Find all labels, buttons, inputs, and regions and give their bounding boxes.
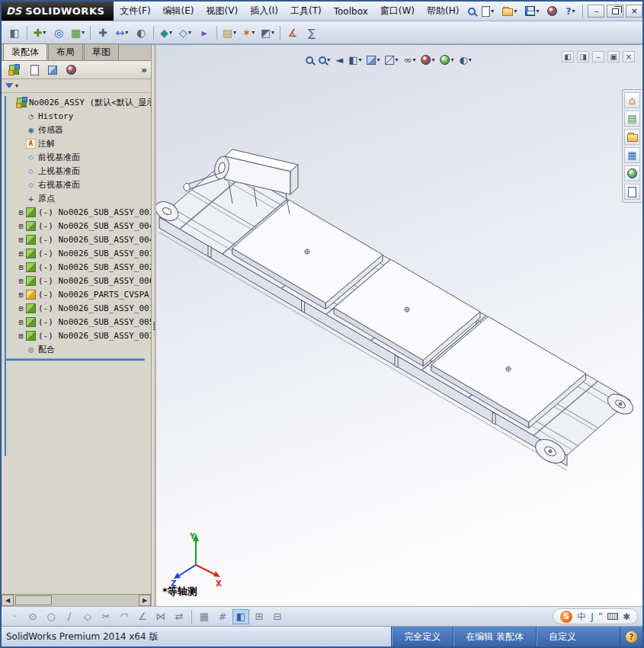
centerpoint-circle-button[interactable]: ⊙ [24,609,41,624]
menu-toolbox[interactable]: Toolbox [328,6,374,17]
expander-icon[interactable]: ⊞ [17,222,25,230]
tree-item-subassembly[interactable]: ⊞ (-) No0026_SUB_ASSY_004<1 [2,219,151,233]
mass-properties-button[interactable]: ∑ [303,24,321,42]
scroll-right-button[interactable]: ▶ [139,595,151,606]
new-document-button[interactable]: ▾ [479,4,497,19]
ime-soft-keyboard-icon[interactable] [607,613,618,620]
options-button[interactable] [544,4,560,18]
sketch-fillet-button[interactable]: ◠ [116,609,133,624]
previous-view-button[interactable]: ◄ [334,53,344,67]
grid-system-button[interactable]: ▦ [196,609,213,624]
expander-icon[interactable]: ⊞ [17,277,25,285]
menu-view[interactable]: 视图(V) [200,5,245,18]
edit-component-button[interactable]: ◧ [5,24,24,42]
save-button[interactable]: ▾ [522,4,542,18]
file-explorer-tab[interactable] [624,129,640,145]
smart-fasteners-button[interactable]: ✚ [94,24,112,42]
expander-icon[interactable]: ⊞ [17,263,25,271]
open-document-button[interactable]: ▾ [499,4,520,18]
tree-item-subassembly[interactable]: ⊞ (-) No0026_SUB_ASSY_003<1 [2,205,151,219]
line-button[interactable]: ∕ [61,609,78,624]
exploded-view-button[interactable]: ✶▾ [239,24,258,42]
tab-propertymanager[interactable] [27,63,42,78]
menu-edit[interactable]: 编辑(E) [157,5,200,18]
rollback-bar[interactable] [6,358,145,361]
tree-item-sensors[interactable]: ◉ 传感器 [2,123,151,136]
graphics-viewport[interactable]: ▾ ◄ ◧▾ ▾ ▾ ∞▾ ▾ ▾ ◐▾ ◧ ◨ – ▣ × ⌂ ▤ [156,45,642,606]
pane-restore-button[interactable]: ▣ [607,51,620,63]
expander-icon[interactable]: ⊞ [17,304,25,313]
conveyor-assembly-model[interactable] [156,45,642,606]
tree-item-history[interactable]: ◔ History [2,109,151,123]
trim-entities-button[interactable]: ✂ [98,609,114,624]
shaded-sketch-contours-button[interactable]: ◧ [232,609,249,624]
expander-icon[interactable]: ⊞ [17,290,25,299]
tree-item-right-plane[interactable]: ◇ 右视基准面 [2,178,151,191]
tree-item-root[interactable]: No0026_ASSY (默认<默认_显示状 [2,95,151,109]
tree-item-subassembly[interactable]: ⊞ (-) No0026_SUB_ASSY_003<2 [2,329,151,342]
tree-item-subassembly[interactable]: ⊞ (-) No0026_SUB_ASSY_004<2 [2,233,151,246]
ime-punctuation-button[interactable]: ” [598,612,603,621]
tree-item-part[interactable]: ⊞ (-) No0026_PARTS_CVSPA_200 [2,287,151,301]
menu-help[interactable]: 帮助(H) [421,5,465,18]
convert-entities-button[interactable]: ⇄ [171,609,187,624]
apply-scene-button[interactable]: ▾ [438,53,455,66]
design-table-button[interactable]: ⊟ [269,609,286,624]
tree-item-origin[interactable]: + 原点 [2,191,151,205]
expander-icon[interactable]: ⊞ [17,249,25,258]
scroll-left-button[interactable]: ◀ [2,595,14,606]
measure-button[interactable]: ∡ [284,24,302,42]
mirror-entities-button[interactable]: ⋈ [152,609,169,624]
section-view-button[interactable]: ◧▾ [347,53,363,67]
expander-icon[interactable]: ⊞ [17,332,25,340]
hide-show-items-button[interactable]: ∞▾ [402,53,418,67]
minimize-button[interactable]: – [588,5,604,18]
menu-tools[interactable]: 工具(T) [284,5,328,18]
expander-icon[interactable]: ⊞ [17,318,25,326]
view-settings-button[interactable]: ◐▾ [457,53,473,67]
bill-of-materials-button[interactable]: ▤▾ [220,24,239,42]
menu-file[interactable]: 文件(F) [114,5,156,18]
tab-configurationmanager[interactable] [45,63,60,77]
view-palette-tab[interactable]: ▦ [624,147,640,163]
help-button[interactable]: ?▾ [562,4,578,19]
linear-component-pattern-button[interactable]: ▦▾ [69,24,87,42]
tree-item-subassembly[interactable]: ⊞ (-) No0026_SUB_ASSY_001<1 [2,246,151,260]
expander-icon[interactable]: ⊞ [17,208,25,217]
ime-chinese-mode-button[interactable]: 中 [577,612,586,621]
panel-horizontal-scrollbar[interactable]: ◀ ▶ [2,594,151,606]
menu-window[interactable]: 窗口(W) [374,5,421,18]
tab-assembly[interactable]: 装配体 [3,43,47,60]
expander-icon[interactable]: ⊞ [17,236,25,244]
pane-minimize-button[interactable]: – [592,51,604,63]
quick-snaps-button[interactable]: # [214,609,231,624]
zoom-to-fit-button[interactable] [304,55,315,66]
tree-item-front-plane[interactable]: ◇ 前视基准面 [2,150,151,164]
scrollbar-track[interactable] [14,595,139,606]
tab-sketch[interactable]: 草图 [84,43,119,60]
zoom-to-area-button[interactable]: ▾ [317,55,332,66]
new-motion-study-button[interactable]: ▸ [195,24,213,42]
ime-toolbox-button[interactable]: ✱ [623,612,630,621]
tree-item-subassembly[interactable]: ⊞ (-) No0026_SUB_ASSY_006<1 [2,274,151,287]
edit-appearance-button[interactable]: ▾ [419,53,436,66]
sketch-point-button[interactable]: · [6,609,23,624]
assembly-features-button[interactable]: ◆▾ [157,24,175,42]
custom-properties-tab[interactable] [624,184,640,200]
scrollbar-thumb[interactable] [15,595,52,605]
tab-featuremanager[interactable] [5,63,24,77]
pane-display-left-button[interactable]: ◧ [562,51,574,63]
tree-item-top-plane[interactable]: ◇ 上视基准面 [2,164,151,178]
circle-button[interactable]: ○ [43,609,59,624]
move-component-button[interactable]: ↔▾ [113,24,131,42]
pane-display-right-button[interactable]: ◨ [577,51,589,63]
table-button[interactable]: ⊞ [251,609,268,624]
status-custom-dropdown[interactable]: 自定义 [536,627,620,646]
tree-item-mates[interactable]: ◎ 配合 [2,342,151,356]
solidworks-resources-tab[interactable]: ⌂ [624,92,640,108]
polygon-button[interactable]: ◇ [79,609,96,624]
display-style-button[interactable]: ▾ [384,54,400,66]
menu-insert[interactable]: 插入(I) [244,5,284,18]
ime-fullwidth-button[interactable]: J [591,612,594,621]
status-help-button[interactable]: ? [620,627,642,646]
